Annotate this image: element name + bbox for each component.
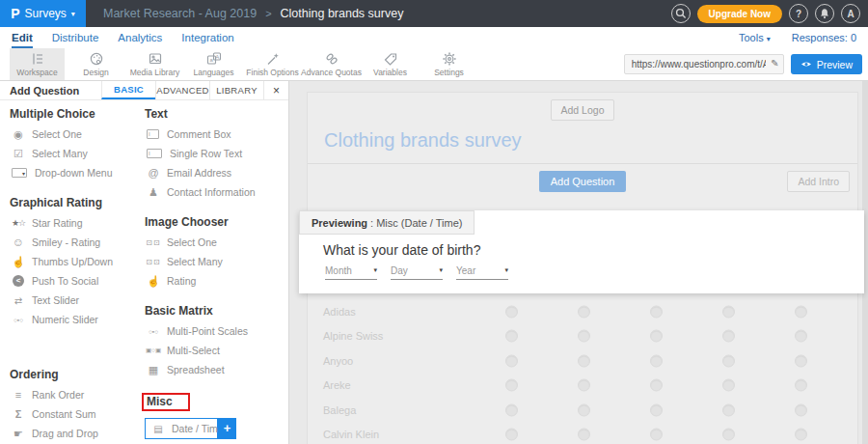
matrix-radio[interactable] — [505, 330, 518, 343]
tab-advanced[interactable]: ADVANCED — [155, 81, 209, 99]
tab-analytics[interactable]: Analytics — [118, 27, 162, 48]
matrix-radio[interactable] — [650, 305, 663, 318]
toolbar-workspace[interactable]: Workspace — [10, 48, 65, 80]
matrix-radio[interactable] — [650, 429, 663, 441]
question-type-push-to-social[interactable]: <Push To Social — [10, 271, 137, 291]
tab-edit[interactable]: Edit — [12, 27, 33, 48]
preview-button[interactable]: Preview — [791, 54, 862, 74]
question-type-label: Drop-down Menu — [35, 167, 113, 179]
breadcrumb-parent[interactable]: Market Research - Aug 2019 — [103, 7, 257, 20]
matrix-row-areke: Areke — [307, 374, 858, 399]
question-type-drag-and-drop[interactable]: ☛Drag and Drop — [10, 424, 137, 443]
toolbar-settings[interactable]: Settings — [421, 48, 476, 80]
close-icon[interactable]: × — [263, 81, 288, 99]
question-type-thumbs-up-down[interactable]: ☝Thumbs Up/Down — [10, 252, 137, 271]
toolbar-design[interactable]: Design — [68, 48, 123, 80]
matrix-radio[interactable] — [722, 305, 735, 318]
tab-integration[interactable]: Integration — [181, 27, 233, 48]
question-type-select-one[interactable]: ◉Select One — [10, 125, 137, 144]
surveys-menu[interactable]: P Surveys ▾ — [0, 0, 86, 27]
matrix-radio[interactable] — [505, 379, 518, 392]
edit-url-icon[interactable]: ✎ — [771, 58, 778, 69]
matrix-radio[interactable] — [650, 354, 663, 367]
avatar[interactable]: A — [841, 4, 860, 23]
notifications-button[interactable] — [815, 4, 834, 23]
question-type-multi-select[interactable]: ▣○▣Multi-Select — [145, 341, 285, 360]
matrix-radio[interactable] — [722, 330, 735, 343]
upgrade-now-button[interactable]: Upgrade Now — [697, 5, 782, 23]
question-type-constant-sum[interactable]: ΣConstant Sum — [10, 404, 137, 424]
question-type-single-row-text[interactable]: ISingle Row Text — [145, 144, 285, 163]
matrix-radio[interactable] — [795, 379, 807, 392]
matrix-radio[interactable] — [505, 305, 518, 318]
question-type-contact-information[interactable]: ♟Contact Information — [145, 182, 285, 202]
question-type-rating[interactable]: ☝Rating — [145, 271, 285, 291]
toolbar-languages[interactable]: aA Languages — [186, 48, 241, 80]
toolbar-advance-quotas[interactable]: Advance Quotas — [304, 48, 359, 80]
date-time-icon: ▤ — [149, 424, 167, 434]
tab-distribute[interactable]: Distribute — [52, 27, 99, 48]
question-type-smiley-rating[interactable]: ☺Smiley - Rating — [10, 233, 137, 252]
matrix-radio[interactable] — [578, 379, 590, 392]
matrix-radio[interactable] — [650, 330, 663, 343]
matrix-radio[interactable] — [722, 403, 735, 416]
responses-count[interactable]: Responses: 0 — [792, 32, 856, 43]
matrix-radio[interactable] — [578, 429, 590, 441]
matrix-radio[interactable] — [578, 403, 590, 416]
question-type-comment-box[interactable]: IComment Box — [145, 125, 285, 144]
previewing-label: Previewing — [312, 217, 367, 229]
question-type-rank-order[interactable]: ≡Rank Order — [10, 385, 137, 404]
matrix-radio[interactable] — [795, 429, 807, 441]
matrix-radio[interactable] — [650, 379, 663, 392]
year-dropdown[interactable]: Year▾ — [456, 265, 508, 280]
question-type-date-time[interactable]: ▤Date / Time — [145, 418, 218, 439]
question-type-multi-point-scales[interactable]: ○▪○Multi-Point Scales — [145, 321, 285, 341]
question-type-star-rating[interactable]: ★☆Star Rating — [10, 213, 137, 233]
question-type-label: Date / Time — [172, 423, 224, 434]
matrix-radio[interactable] — [795, 354, 807, 367]
question-type-select-many[interactable]: ⊡⊡Select Many — [145, 252, 285, 271]
matrix-row-label: Alpine Swiss — [323, 330, 383, 342]
add-date-time-button[interactable]: + — [218, 418, 236, 439]
help-button[interactable]: ? — [789, 4, 808, 23]
email-address-icon: @ — [145, 167, 162, 179]
add-logo-button[interactable]: Add Logo — [551, 99, 615, 121]
tools-menu[interactable]: Tools ▾ — [739, 32, 771, 43]
survey-title[interactable]: Clothing brands survey — [324, 129, 857, 152]
matrix-radio[interactable] — [505, 403, 518, 416]
matrix-radio[interactable] — [795, 403, 807, 416]
matrix-radio[interactable] — [578, 354, 590, 367]
matrix-radio[interactable] — [722, 354, 735, 367]
toolbar-media-library[interactable]: Media Library — [127, 48, 182, 80]
tab-library[interactable]: LIBRARY — [209, 81, 263, 99]
question-type-label: Text Slider — [32, 294, 79, 306]
toolbar-finish-options[interactable]: Finish Options — [245, 48, 300, 80]
question-type-select-many[interactable]: ☑Select Many — [10, 144, 137, 163]
survey-url-input[interactable] — [624, 54, 784, 74]
matrix-radio[interactable] — [722, 379, 735, 392]
matrix-radio[interactable] — [578, 330, 590, 343]
toolbar-variables[interactable]: Variables — [363, 48, 418, 80]
question-type-spreadsheet[interactable]: ▦Spreadsheet — [145, 360, 285, 379]
add-question-button[interactable]: Add Question — [539, 171, 627, 192]
question-types-column-1: Multiple Choice◉Select One☑Select Many▾D… — [10, 107, 137, 443]
matrix-radio[interactable] — [578, 305, 590, 318]
month-dropdown[interactable]: Month▾ — [325, 265, 377, 280]
question-type-email-address[interactable]: @Email Address — [145, 163, 285, 182]
tab-basic[interactable]: BASIC — [101, 81, 155, 99]
image-icon — [147, 51, 164, 67]
matrix-radio[interactable] — [505, 354, 518, 367]
day-dropdown[interactable]: Day▾ — [391, 265, 443, 280]
matrix-radio[interactable] — [795, 330, 807, 343]
add-intro-button[interactable]: Add Intro — [787, 171, 850, 192]
search-button[interactable] — [671, 4, 691, 23]
thumbs-up-down-icon: ☝ — [10, 256, 27, 268]
matrix-radio[interactable] — [505, 429, 518, 441]
question-type-text-slider[interactable]: ⇄Text Slider — [10, 291, 137, 310]
question-type-numeric-slider[interactable]: ○▪○Numeric Slider — [10, 310, 137, 329]
question-type-select-one[interactable]: ⊡⊡Select One — [145, 233, 285, 252]
matrix-radio[interactable] — [650, 403, 663, 416]
matrix-radio[interactable] — [795, 305, 807, 318]
question-type-drop-down-menu[interactable]: ▾Drop-down Menu — [10, 163, 137, 182]
matrix-radio[interactable] — [722, 429, 735, 441]
